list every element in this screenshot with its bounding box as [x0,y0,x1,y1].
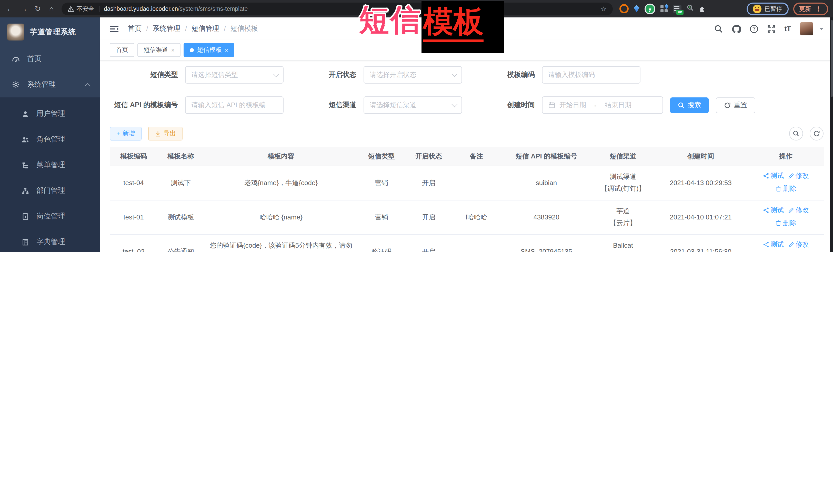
date-start-placeholder: 开始日期 [560,100,586,110]
sidebar-item-menu-mgmt[interactable]: 菜单管理 [0,152,100,178]
test-link[interactable]: 测试 [763,205,784,216]
edit-link[interactable]: 修改 [788,239,809,251]
search-button[interactable]: 搜索 [670,97,709,113]
download-icon [155,130,161,137]
delete-link[interactable]: 删除 [775,252,796,252]
sms-type-label: 短信类型 [110,70,178,79]
ext-blue-gem-icon[interactable] [634,5,639,12]
extensions-puzzle-icon[interactable] [699,5,706,12]
col-remark: 备注 [452,147,500,166]
tab-sms-template[interactable]: 短信模板 × [184,43,234,57]
sidebar-item-system-mgmt[interactable]: 系统管理 [0,72,100,97]
extension-icons: y on [619,3,706,14]
sidebar: 芋道管理系统 首页 系统管理 用户管理 角色管理 菜单管理 [0,18,100,252]
col-created: 创建时间 [654,147,747,166]
tab-home[interactable]: 首页 [110,43,134,57]
ext-list-on-icon[interactable]: on [673,5,682,13]
font-size-icon[interactable]: tT [785,25,791,32]
browser-back-button[interactable]: ← [3,5,17,13]
main-area: 首页 / 系统管理 / 短信管理 / 短信模板 tT 首页 [100,18,833,252]
template-code-input[interactable]: 请输入模板编码 [542,66,640,83]
delete-link[interactable]: 删除 [775,183,796,195]
security-label: 不安全 [76,5,94,13]
ext-green-y-icon[interactable]: y [645,3,655,14]
breadcrumb-home[interactable]: 首页 [128,24,142,33]
share-icon [763,208,769,214]
pencil-icon [788,208,794,214]
sidebar-item-home[interactable]: 首页 [0,46,100,72]
ext-magnifier-icon[interactable] [687,4,694,13]
calendar-icon [548,101,555,109]
edit-link[interactable]: 修改 [788,205,809,216]
dashboard-icon [11,55,21,63]
delete-link[interactable]: 删除 [775,217,796,229]
user-icon [21,110,30,118]
help-icon[interactable] [750,24,758,33]
close-icon[interactable]: × [171,47,174,53]
share-icon [763,242,769,248]
security-warning[interactable]: 不安全 [68,5,94,13]
test-link[interactable]: 测试 [763,239,784,251]
browser-reload-button[interactable]: ↻ [31,5,45,13]
browser-forward-button[interactable]: → [17,5,31,13]
bookmark-star-icon[interactable]: ☆ [601,5,606,13]
status-label: 开启状态 [291,70,356,79]
edit-link[interactable]: 修改 [788,170,809,182]
sidebar-item-dept-mgmt[interactable]: 部门管理 [0,178,100,203]
create-time-range-picker[interactable]: 开始日期 - 结束日期 [542,96,663,114]
github-icon[interactable] [732,24,741,33]
tab-sms-channel[interactable]: 短信渠道 × [137,43,181,57]
add-button[interactable]: + 新增 [110,127,142,141]
browser-update-button[interactable]: 更新 ⋮ [793,2,828,15]
badge-icon [21,213,30,220]
browser-home-button[interactable]: ⌂ [45,5,58,13]
fullscreen-icon[interactable] [767,24,776,33]
table-header-row: 模板编码 模板名称 模板内容 短信类型 开启状态 备注 短信 API 的模板编号… [110,147,824,166]
pencil-icon [788,242,794,248]
table-toolbar: + 新增 导出 [110,127,823,141]
channel-select[interactable]: 请选择短信渠道 [363,96,462,114]
sidebar-item-dict-mgmt[interactable]: 字典管理 [0,229,100,252]
app-logo-avatar [7,23,24,40]
sidebar-item-user-mgmt[interactable]: 用户管理 [0,101,100,127]
profile-paused-chip[interactable]: 已暂停 [746,2,788,15]
show-search-button[interactable] [789,127,803,141]
test-link[interactable]: 测试 [763,170,784,182]
status-select[interactable]: 请选择开启状态 [363,66,462,83]
refresh-button[interactable] [809,127,823,141]
search-icon[interactable] [714,24,723,33]
profile-avatar-emoji [753,4,761,13]
avatar[interactable] [800,22,813,35]
plus-icon: + [116,130,120,137]
col-content: 模板内容 [204,147,358,166]
create-time-label: 创建时间 [469,100,535,110]
top-navbar: 首页 / 系统管理 / 短信管理 / 短信模板 tT [100,18,833,40]
app-logo-block[interactable]: 芋道管理系统 [0,18,100,46]
table-tools [789,127,823,141]
page-content: 短信类型 请选择短信类型 开启状态 请选择开启状态 模板编码 请输入模板编码 短… [100,61,833,252]
reset-button[interactable]: 重置 [716,97,755,113]
caret-down-icon[interactable] [819,27,823,30]
filter-row-1: 短信类型 请选择短信类型 开启状态 请选择开启状态 模板编码 请输入模板编码 [110,66,823,83]
breadcrumb-system[interactable]: 系统管理 [153,24,181,33]
app-title: 芋道管理系统 [30,27,76,37]
sms-template-table: 模板编码 模板名称 模板内容 短信类型 开启状态 备注 短信 API 的模板编号… [110,147,824,252]
sidebar-item-post-mgmt[interactable]: 岗位管理 [0,203,100,229]
col-actions: 操作 [747,147,824,166]
divider [99,5,99,12]
sidebar-item-role-mgmt[interactable]: 角色管理 [0,127,100,152]
template-code-label: 模板编码 [469,70,535,79]
close-icon[interactable]: × [225,47,228,53]
sms-type-select[interactable]: 请选择短信类型 [185,66,284,83]
url-path: /system/sms/sms-template [178,6,248,12]
browser-menu-dots-icon[interactable]: ⋮ [815,5,822,13]
ext-orange-ring-icon[interactable] [619,4,629,13]
export-button[interactable]: 导出 [148,127,183,141]
api-template-id-input[interactable]: 请输入短信 API 的模板编 [185,96,284,114]
page-scrollbar[interactable] [830,18,833,252]
address-bar[interactable]: 不安全 dashboard.yudao.iocoder.cn/system/sm… [62,2,613,15]
trash-icon [775,186,782,192]
ext-grid-icon[interactable] [661,5,668,12]
breadcrumb-sms[interactable]: 短信管理 [192,24,219,33]
sidebar-collapse-button[interactable] [110,25,119,32]
